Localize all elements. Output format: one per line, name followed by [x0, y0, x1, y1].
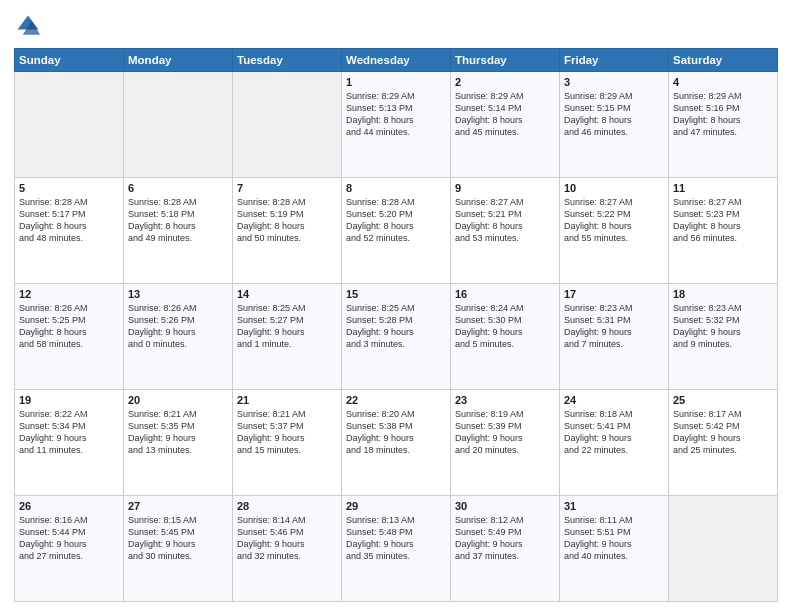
calendar-cell: 25Sunrise: 8:17 AM Sunset: 5:42 PM Dayli…: [669, 390, 778, 496]
calendar-week-row: 26Sunrise: 8:16 AM Sunset: 5:44 PM Dayli…: [15, 496, 778, 602]
cell-content: Sunrise: 8:25 AM Sunset: 5:28 PM Dayligh…: [346, 302, 446, 351]
day-header: Thursday: [451, 49, 560, 72]
calendar-cell: 20Sunrise: 8:21 AM Sunset: 5:35 PM Dayli…: [124, 390, 233, 496]
logo: [14, 12, 46, 40]
calendar-cell: 27Sunrise: 8:15 AM Sunset: 5:45 PM Dayli…: [124, 496, 233, 602]
calendar-cell: 22Sunrise: 8:20 AM Sunset: 5:38 PM Dayli…: [342, 390, 451, 496]
day-number: 31: [564, 500, 664, 512]
calendar-cell: 6Sunrise: 8:28 AM Sunset: 5:18 PM Daylig…: [124, 178, 233, 284]
calendar-cell: 19Sunrise: 8:22 AM Sunset: 5:34 PM Dayli…: [15, 390, 124, 496]
calendar-cell: 30Sunrise: 8:12 AM Sunset: 5:49 PM Dayli…: [451, 496, 560, 602]
day-number: 24: [564, 394, 664, 406]
calendar-cell: 28Sunrise: 8:14 AM Sunset: 5:46 PM Dayli…: [233, 496, 342, 602]
day-header: Friday: [560, 49, 669, 72]
calendar-cell: [233, 72, 342, 178]
cell-content: Sunrise: 8:26 AM Sunset: 5:25 PM Dayligh…: [19, 302, 119, 351]
cell-content: Sunrise: 8:12 AM Sunset: 5:49 PM Dayligh…: [455, 514, 555, 563]
day-header: Wednesday: [342, 49, 451, 72]
cell-content: Sunrise: 8:14 AM Sunset: 5:46 PM Dayligh…: [237, 514, 337, 563]
cell-content: Sunrise: 8:21 AM Sunset: 5:35 PM Dayligh…: [128, 408, 228, 457]
calendar-cell: 3Sunrise: 8:29 AM Sunset: 5:15 PM Daylig…: [560, 72, 669, 178]
day-number: 18: [673, 288, 773, 300]
calendar-cell: 29Sunrise: 8:13 AM Sunset: 5:48 PM Dayli…: [342, 496, 451, 602]
day-number: 4: [673, 76, 773, 88]
calendar-cell: 23Sunrise: 8:19 AM Sunset: 5:39 PM Dayli…: [451, 390, 560, 496]
calendar-week-row: 12Sunrise: 8:26 AM Sunset: 5:25 PM Dayli…: [15, 284, 778, 390]
day-number: 7: [237, 182, 337, 194]
cell-content: Sunrise: 8:11 AM Sunset: 5:51 PM Dayligh…: [564, 514, 664, 563]
day-number: 28: [237, 500, 337, 512]
calendar-cell: [124, 72, 233, 178]
day-number: 26: [19, 500, 119, 512]
cell-content: Sunrise: 8:29 AM Sunset: 5:16 PM Dayligh…: [673, 90, 773, 139]
cell-content: Sunrise: 8:19 AM Sunset: 5:39 PM Dayligh…: [455, 408, 555, 457]
calendar-header-row: SundayMondayTuesdayWednesdayThursdayFrid…: [15, 49, 778, 72]
cell-content: Sunrise: 8:20 AM Sunset: 5:38 PM Dayligh…: [346, 408, 446, 457]
calendar-cell: 12Sunrise: 8:26 AM Sunset: 5:25 PM Dayli…: [15, 284, 124, 390]
calendar-cell: 21Sunrise: 8:21 AM Sunset: 5:37 PM Dayli…: [233, 390, 342, 496]
cell-content: Sunrise: 8:13 AM Sunset: 5:48 PM Dayligh…: [346, 514, 446, 563]
calendar-cell: 7Sunrise: 8:28 AM Sunset: 5:19 PM Daylig…: [233, 178, 342, 284]
day-number: 25: [673, 394, 773, 406]
calendar-cell: 1Sunrise: 8:29 AM Sunset: 5:13 PM Daylig…: [342, 72, 451, 178]
calendar-cell: 2Sunrise: 8:29 AM Sunset: 5:14 PM Daylig…: [451, 72, 560, 178]
cell-content: Sunrise: 8:21 AM Sunset: 5:37 PM Dayligh…: [237, 408, 337, 457]
day-number: 14: [237, 288, 337, 300]
page: SundayMondayTuesdayWednesdayThursdayFrid…: [0, 0, 792, 612]
cell-content: Sunrise: 8:29 AM Sunset: 5:14 PM Dayligh…: [455, 90, 555, 139]
calendar-cell: 5Sunrise: 8:28 AM Sunset: 5:17 PM Daylig…: [15, 178, 124, 284]
cell-content: Sunrise: 8:29 AM Sunset: 5:13 PM Dayligh…: [346, 90, 446, 139]
cell-content: Sunrise: 8:28 AM Sunset: 5:17 PM Dayligh…: [19, 196, 119, 245]
day-number: 19: [19, 394, 119, 406]
day-number: 10: [564, 182, 664, 194]
day-number: 16: [455, 288, 555, 300]
calendar-cell: [15, 72, 124, 178]
calendar-week-row: 19Sunrise: 8:22 AM Sunset: 5:34 PM Dayli…: [15, 390, 778, 496]
day-number: 29: [346, 500, 446, 512]
cell-content: Sunrise: 8:25 AM Sunset: 5:27 PM Dayligh…: [237, 302, 337, 351]
day-number: 3: [564, 76, 664, 88]
day-number: 2: [455, 76, 555, 88]
cell-content: Sunrise: 8:26 AM Sunset: 5:26 PM Dayligh…: [128, 302, 228, 351]
day-number: 27: [128, 500, 228, 512]
day-header: Sunday: [15, 49, 124, 72]
cell-content: Sunrise: 8:24 AM Sunset: 5:30 PM Dayligh…: [455, 302, 555, 351]
calendar-week-row: 5Sunrise: 8:28 AM Sunset: 5:17 PM Daylig…: [15, 178, 778, 284]
calendar-cell: 18Sunrise: 8:23 AM Sunset: 5:32 PM Dayli…: [669, 284, 778, 390]
cell-content: Sunrise: 8:27 AM Sunset: 5:23 PM Dayligh…: [673, 196, 773, 245]
day-number: 8: [346, 182, 446, 194]
logo-icon: [14, 12, 42, 40]
day-number: 15: [346, 288, 446, 300]
cell-content: Sunrise: 8:22 AM Sunset: 5:34 PM Dayligh…: [19, 408, 119, 457]
day-number: 20: [128, 394, 228, 406]
calendar-week-row: 1Sunrise: 8:29 AM Sunset: 5:13 PM Daylig…: [15, 72, 778, 178]
day-number: 13: [128, 288, 228, 300]
calendar-cell: 26Sunrise: 8:16 AM Sunset: 5:44 PM Dayli…: [15, 496, 124, 602]
calendar-cell: 24Sunrise: 8:18 AM Sunset: 5:41 PM Dayli…: [560, 390, 669, 496]
calendar-cell: 4Sunrise: 8:29 AM Sunset: 5:16 PM Daylig…: [669, 72, 778, 178]
cell-content: Sunrise: 8:29 AM Sunset: 5:15 PM Dayligh…: [564, 90, 664, 139]
cell-content: Sunrise: 8:28 AM Sunset: 5:20 PM Dayligh…: [346, 196, 446, 245]
cell-content: Sunrise: 8:23 AM Sunset: 5:32 PM Dayligh…: [673, 302, 773, 351]
day-number: 12: [19, 288, 119, 300]
day-number: 21: [237, 394, 337, 406]
day-number: 23: [455, 394, 555, 406]
calendar-cell: 16Sunrise: 8:24 AM Sunset: 5:30 PM Dayli…: [451, 284, 560, 390]
cell-content: Sunrise: 8:23 AM Sunset: 5:31 PM Dayligh…: [564, 302, 664, 351]
calendar-cell: 14Sunrise: 8:25 AM Sunset: 5:27 PM Dayli…: [233, 284, 342, 390]
day-number: 30: [455, 500, 555, 512]
cell-content: Sunrise: 8:15 AM Sunset: 5:45 PM Dayligh…: [128, 514, 228, 563]
calendar-cell: 15Sunrise: 8:25 AM Sunset: 5:28 PM Dayli…: [342, 284, 451, 390]
day-number: 22: [346, 394, 446, 406]
calendar-cell: 13Sunrise: 8:26 AM Sunset: 5:26 PM Dayli…: [124, 284, 233, 390]
day-number: 5: [19, 182, 119, 194]
cell-content: Sunrise: 8:18 AM Sunset: 5:41 PM Dayligh…: [564, 408, 664, 457]
cell-content: Sunrise: 8:27 AM Sunset: 5:22 PM Dayligh…: [564, 196, 664, 245]
cell-content: Sunrise: 8:28 AM Sunset: 5:18 PM Dayligh…: [128, 196, 228, 245]
day-header: Monday: [124, 49, 233, 72]
cell-content: Sunrise: 8:17 AM Sunset: 5:42 PM Dayligh…: [673, 408, 773, 457]
day-number: 9: [455, 182, 555, 194]
header: [14, 12, 778, 40]
day-number: 1: [346, 76, 446, 88]
day-number: 17: [564, 288, 664, 300]
